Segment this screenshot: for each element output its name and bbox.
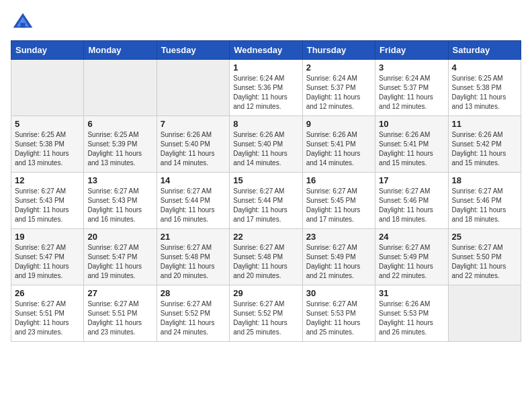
day-number: 30 (306, 288, 371, 298)
calendar-cell: 22Sunrise: 6:27 AM Sunset: 5:48 PM Dayli… (230, 229, 302, 285)
calendar-cell: 27Sunrise: 6:27 AM Sunset: 5:51 PM Dayli… (84, 285, 157, 342)
day-number: 5 (15, 119, 80, 129)
calendar-week-3: 12Sunrise: 6:27 AM Sunset: 5:43 PM Dayli… (11, 173, 521, 229)
day-info: Sunrise: 6:26 AM Sunset: 5:41 PM Dayligh… (379, 130, 444, 168)
day-info: Sunrise: 6:27 AM Sunset: 5:52 PM Dayligh… (161, 300, 226, 337)
calendar-cell: 10Sunrise: 6:26 AM Sunset: 5:41 PM Dayli… (375, 116, 448, 173)
day-info: Sunrise: 6:27 AM Sunset: 5:44 PM Dayligh… (233, 187, 298, 224)
day-info: Sunrise: 6:27 AM Sunset: 5:50 PM Dayligh… (452, 243, 517, 281)
calendar-body: 1Sunrise: 6:24 AM Sunset: 5:36 PM Daylig… (11, 60, 521, 342)
calendar-week-1: 1Sunrise: 6:24 AM Sunset: 5:36 PM Daylig… (11, 60, 521, 116)
day-info: Sunrise: 6:27 AM Sunset: 5:45 PM Dayligh… (306, 187, 371, 224)
day-number: 19 (15, 232, 80, 242)
day-number: 23 (306, 232, 371, 242)
day-info: Sunrise: 6:27 AM Sunset: 5:44 PM Dayligh… (161, 187, 226, 224)
calendar-cell: 14Sunrise: 6:27 AM Sunset: 5:44 PM Dayli… (157, 173, 229, 229)
day-info: Sunrise: 6:27 AM Sunset: 5:43 PM Dayligh… (15, 187, 80, 224)
day-info: Sunrise: 6:27 AM Sunset: 5:46 PM Dayligh… (452, 187, 517, 224)
day-info: Sunrise: 6:27 AM Sunset: 5:48 PM Dayligh… (233, 243, 298, 281)
day-info: Sunrise: 6:27 AM Sunset: 5:52 PM Dayligh… (233, 300, 298, 337)
calendar-cell: 9Sunrise: 6:26 AM Sunset: 5:41 PM Daylig… (302, 116, 375, 173)
day-number: 26 (15, 288, 80, 298)
calendar-cell: 8Sunrise: 6:26 AM Sunset: 5:40 PM Daylig… (230, 116, 302, 173)
day-number: 17 (379, 175, 444, 185)
page-header (11, 11, 521, 35)
day-info: Sunrise: 6:26 AM Sunset: 5:40 PM Dayligh… (161, 130, 226, 168)
day-info: Sunrise: 6:25 AM Sunset: 5:39 PM Dayligh… (87, 130, 152, 168)
day-info: Sunrise: 6:27 AM Sunset: 5:49 PM Dayligh… (379, 243, 444, 281)
day-info: Sunrise: 6:26 AM Sunset: 5:41 PM Dayligh… (306, 130, 371, 168)
calendar-cell: 30Sunrise: 6:27 AM Sunset: 5:53 PM Dayli… (302, 285, 375, 342)
day-number: 12 (15, 175, 80, 185)
day-number: 28 (161, 288, 226, 298)
day-number: 8 (233, 119, 298, 129)
calendar-cell: 7Sunrise: 6:26 AM Sunset: 5:40 PM Daylig… (157, 116, 229, 173)
day-number: 11 (452, 119, 517, 129)
calendar-cell (448, 285, 521, 342)
weekday-header-saturday: Saturday (448, 41, 521, 60)
day-number: 27 (87, 288, 152, 298)
day-info: Sunrise: 6:26 AM Sunset: 5:40 PM Dayligh… (233, 130, 298, 168)
day-number: 20 (87, 232, 152, 242)
calendar-cell: 16Sunrise: 6:27 AM Sunset: 5:45 PM Dayli… (302, 173, 375, 229)
calendar-week-5: 26Sunrise: 6:27 AM Sunset: 5:51 PM Dayli… (11, 285, 521, 342)
weekday-header-friday: Friday (375, 41, 448, 60)
calendar-cell (11, 60, 84, 116)
weekday-header-tuesday: Tuesday (157, 41, 229, 60)
day-info: Sunrise: 6:26 AM Sunset: 5:53 PM Dayligh… (379, 300, 444, 337)
day-number: 31 (379, 288, 444, 298)
day-number: 29 (233, 288, 298, 298)
day-info: Sunrise: 6:24 AM Sunset: 5:37 PM Dayligh… (306, 74, 371, 111)
calendar-cell: 24Sunrise: 6:27 AM Sunset: 5:49 PM Dayli… (375, 229, 448, 285)
day-number: 25 (452, 232, 517, 242)
logo-icon (11, 11, 35, 35)
day-info: Sunrise: 6:24 AM Sunset: 5:36 PM Dayligh… (233, 74, 298, 111)
day-info: Sunrise: 6:27 AM Sunset: 5:53 PM Dayligh… (306, 300, 371, 337)
day-info: Sunrise: 6:27 AM Sunset: 5:47 PM Dayligh… (15, 243, 80, 281)
day-number: 4 (452, 62, 517, 73)
calendar-cell: 25Sunrise: 6:27 AM Sunset: 5:50 PM Dayli… (448, 229, 521, 285)
day-info: Sunrise: 6:24 AM Sunset: 5:37 PM Dayligh… (379, 74, 444, 111)
calendar-cell: 31Sunrise: 6:26 AM Sunset: 5:53 PM Dayli… (375, 285, 448, 342)
calendar-week-4: 19Sunrise: 6:27 AM Sunset: 5:47 PM Dayli… (11, 229, 521, 285)
calendar-cell: 20Sunrise: 6:27 AM Sunset: 5:47 PM Dayli… (84, 229, 157, 285)
day-number: 9 (306, 119, 371, 129)
day-number: 13 (87, 175, 152, 185)
day-info: Sunrise: 6:27 AM Sunset: 5:51 PM Dayligh… (15, 300, 80, 337)
weekday-header-thursday: Thursday (302, 41, 375, 60)
day-number: 1 (233, 62, 298, 73)
day-info: Sunrise: 6:25 AM Sunset: 5:38 PM Dayligh… (15, 130, 80, 168)
day-number: 22 (233, 232, 298, 242)
day-number: 3 (379, 62, 444, 73)
calendar-cell: 3Sunrise: 6:24 AM Sunset: 5:37 PM Daylig… (375, 60, 448, 116)
day-info: Sunrise: 6:27 AM Sunset: 5:43 PM Dayligh… (87, 187, 152, 224)
day-number: 15 (233, 175, 298, 185)
day-number: 24 (379, 232, 444, 242)
day-info: Sunrise: 6:26 AM Sunset: 5:42 PM Dayligh… (452, 130, 517, 168)
day-info: Sunrise: 6:27 AM Sunset: 5:46 PM Dayligh… (379, 187, 444, 224)
svg-rect-2 (20, 23, 25, 28)
calendar-cell: 28Sunrise: 6:27 AM Sunset: 5:52 PM Dayli… (157, 285, 229, 342)
day-info: Sunrise: 6:27 AM Sunset: 5:48 PM Dayligh… (161, 243, 226, 281)
day-number: 14 (161, 175, 226, 185)
calendar-week-2: 5Sunrise: 6:25 AM Sunset: 5:38 PM Daylig… (11, 116, 521, 173)
calendar-cell: 15Sunrise: 6:27 AM Sunset: 5:44 PM Dayli… (230, 173, 302, 229)
calendar-cell: 6Sunrise: 6:25 AM Sunset: 5:39 PM Daylig… (84, 116, 157, 173)
day-number: 7 (161, 119, 226, 129)
calendar-cell: 13Sunrise: 6:27 AM Sunset: 5:43 PM Dayli… (84, 173, 157, 229)
calendar-cell: 17Sunrise: 6:27 AM Sunset: 5:46 PM Dayli… (375, 173, 448, 229)
calendar-cell (84, 60, 157, 116)
calendar-cell: 19Sunrise: 6:27 AM Sunset: 5:47 PM Dayli… (11, 229, 84, 285)
calendar-cell: 23Sunrise: 6:27 AM Sunset: 5:49 PM Dayli… (302, 229, 375, 285)
calendar-cell: 18Sunrise: 6:27 AM Sunset: 5:46 PM Dayli… (448, 173, 521, 229)
day-number: 2 (306, 62, 371, 73)
calendar-cell: 4Sunrise: 6:25 AM Sunset: 5:38 PM Daylig… (448, 60, 521, 116)
day-info: Sunrise: 6:27 AM Sunset: 5:51 PM Dayligh… (87, 300, 152, 337)
calendar-cell: 1Sunrise: 6:24 AM Sunset: 5:36 PM Daylig… (230, 60, 302, 116)
day-number: 21 (161, 232, 226, 242)
weekday-header-wednesday: Wednesday (230, 41, 302, 60)
calendar-cell: 12Sunrise: 6:27 AM Sunset: 5:43 PM Dayli… (11, 173, 84, 229)
weekday-header-row: SundayMondayTuesdayWednesdayThursdayFrid… (11, 41, 521, 60)
weekday-header-sunday: Sunday (11, 41, 84, 60)
logo (11, 11, 38, 35)
